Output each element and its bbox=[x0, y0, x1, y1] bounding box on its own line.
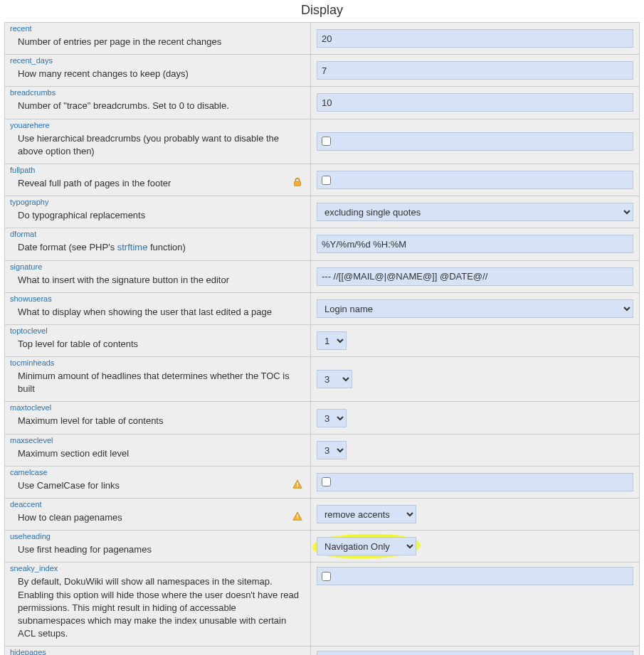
highlight-useheading: Navigation Only bbox=[317, 537, 416, 555]
key-recent-days: recent_days bbox=[8, 56, 56, 65]
label-tocminheads: Minimum amount of headlines that determi… bbox=[18, 368, 305, 395]
label-showuseras: What to display when showing the user th… bbox=[18, 304, 305, 319]
key-breadcrumbs: breadcrumbs bbox=[8, 88, 58, 97]
select-showuseras[interactable]: Login name bbox=[317, 299, 633, 318]
select-deaccent[interactable]: remove accents bbox=[317, 505, 416, 523]
key-maxtoclevel: maxtoclevel bbox=[8, 403, 54, 412]
label-maxtoclevel: Maximum level for table of contents bbox=[18, 413, 305, 427]
key-maxseclevel: maxseclevel bbox=[8, 436, 56, 444]
row-camelcase: camelcase Use CamelCase for links bbox=[5, 467, 639, 499]
input-hidepages[interactable] bbox=[317, 651, 633, 655]
label-toptoclevel: Top level for table of contents bbox=[18, 336, 305, 351]
svg-rect-3 bbox=[297, 514, 297, 517]
key-showuseras: showuseras bbox=[8, 294, 55, 303]
row-hidepages: hidepages Hide pages matching this regul… bbox=[5, 646, 639, 655]
select-toptoclevel[interactable]: 1 bbox=[317, 331, 347, 350]
row-signature: signature What to insert with the signat… bbox=[5, 261, 639, 293]
label-dformat: Date format (see PHP's strftime function… bbox=[18, 240, 305, 254]
row-showuseras: showuseras What to display when showing … bbox=[5, 293, 639, 325]
checkbox-fullpath[interactable] bbox=[322, 176, 331, 185]
key-hidepages: hidepages bbox=[8, 648, 49, 655]
checkbox-bar-sneaky-index bbox=[317, 567, 633, 585]
row-toptoclevel: toptoclevel Top level for table of conte… bbox=[5, 325, 639, 357]
row-useheading: useheading Use first heading for pagenam… bbox=[5, 531, 639, 563]
label-maxseclevel: Maximum section edit level bbox=[18, 446, 305, 460]
row-maxtoclevel: maxtoclevel Maximum level for table of c… bbox=[5, 402, 639, 434]
row-youarehere: youarehere Use hierarchical breadcrumbs … bbox=[5, 119, 639, 164]
warning-icon bbox=[290, 478, 305, 489]
row-sneaky-index: sneaky_index By default, DokuWiki will s… bbox=[5, 563, 639, 646]
label-useheading: Use first heading for pagenames bbox=[18, 542, 305, 556]
key-fullpath: fullpath bbox=[8, 166, 38, 174]
checkbox-bar-youarehere bbox=[317, 132, 633, 151]
row-dformat: dformat Date format (see PHP's strftime … bbox=[5, 228, 639, 260]
select-maxtoclevel[interactable]: 3 bbox=[317, 409, 347, 427]
link-strftime[interactable]: strftime bbox=[117, 242, 148, 252]
label-camelcase: Use CamelCase for links bbox=[18, 478, 286, 492]
key-dformat: dformat bbox=[8, 230, 39, 238]
display-fieldset: recent Number of entries per page in the… bbox=[4, 22, 640, 655]
select-maxseclevel[interactable]: 3 bbox=[317, 441, 347, 459]
checkbox-camelcase[interactable] bbox=[322, 477, 331, 486]
row-typography: typography Do typographical replacements… bbox=[5, 196, 639, 228]
key-signature: signature bbox=[8, 262, 45, 271]
input-breadcrumbs[interactable] bbox=[317, 93, 633, 112]
checkbox-bar-camelcase bbox=[317, 473, 633, 491]
checkbox-bar-fullpath bbox=[317, 171, 633, 189]
key-tocminheads: tocminheads bbox=[8, 358, 57, 367]
svg-rect-2 bbox=[297, 486, 297, 486]
row-maxseclevel: maxseclevel Maximum section edit level 3 bbox=[5, 435, 639, 467]
key-useheading: useheading bbox=[8, 532, 53, 540]
select-useheading[interactable]: Navigation Only bbox=[317, 537, 416, 555]
section-title: Display bbox=[4, 3, 640, 18]
label-youarehere: Use hierarchical breadcrumbs (you probab… bbox=[18, 131, 305, 158]
label-sneaky-index: By default, DokuWiki will show all names… bbox=[18, 574, 305, 640]
label-typography: Do typographical replacements bbox=[18, 208, 305, 222]
svg-rect-1 bbox=[297, 482, 297, 485]
label-signature: What to insert with the signature button… bbox=[18, 272, 305, 287]
svg-rect-4 bbox=[297, 518, 297, 519]
input-signature[interactable] bbox=[317, 267, 633, 286]
label-recent: Number of entries per page in the recent… bbox=[18, 34, 305, 48]
row-tocminheads: tocminheads Minimum amount of headlines … bbox=[5, 357, 639, 402]
select-tocminheads[interactable]: 3 bbox=[317, 370, 352, 388]
key-recent: recent bbox=[8, 24, 35, 33]
row-breadcrumbs: breadcrumbs Number of "trace" breadcrumb… bbox=[5, 87, 639, 119]
row-recent-days: recent_days How many recent changes to k… bbox=[5, 55, 639, 87]
key-deaccent: deaccent bbox=[8, 500, 45, 508]
label-deaccent: How to clean pagenames bbox=[18, 510, 286, 524]
key-sneaky-index: sneaky_index bbox=[8, 564, 60, 573]
row-fullpath: fullpath Reveal full path of pages in th… bbox=[5, 164, 639, 196]
label-fullpath: Reveal full path of pages in the footer bbox=[18, 176, 286, 190]
checkbox-youarehere[interactable] bbox=[322, 137, 331, 146]
key-camelcase: camelcase bbox=[8, 468, 51, 476]
label-breadcrumbs: Number of "trace" breadcrumbs. Set to 0 … bbox=[18, 98, 305, 112]
select-typography[interactable]: excluding single quotes bbox=[317, 203, 633, 221]
lock-icon bbox=[290, 176, 305, 187]
key-toptoclevel: toptoclevel bbox=[8, 326, 51, 335]
row-deaccent: deaccent How to clean pagenames remove a… bbox=[5, 499, 639, 531]
checkbox-sneaky-index[interactable] bbox=[322, 572, 331, 581]
svg-rect-0 bbox=[295, 181, 301, 186]
row-recent: recent Number of entries per page in the… bbox=[5, 23, 639, 55]
input-dformat[interactable] bbox=[317, 235, 633, 253]
input-recent[interactable] bbox=[317, 29, 633, 48]
label-recent-days: How many recent changes to keep (days) bbox=[18, 66, 305, 80]
key-youarehere: youarehere bbox=[8, 121, 53, 129]
warning-icon bbox=[290, 510, 305, 521]
input-recent-days[interactable] bbox=[317, 61, 633, 80]
key-typography: typography bbox=[8, 198, 51, 206]
